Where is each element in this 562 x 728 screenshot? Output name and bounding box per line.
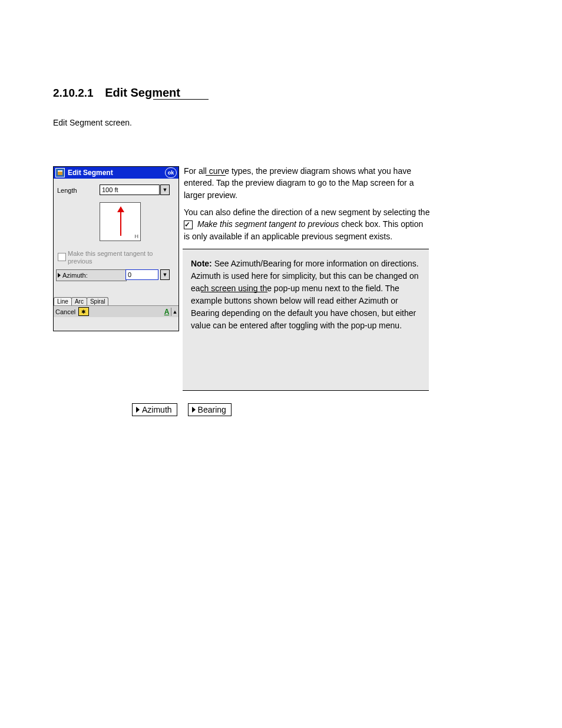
tangent-checkbox-label: Make this segment tangent to previous bbox=[68, 250, 178, 265]
length-input-field[interactable] bbox=[100, 186, 159, 193]
menu-up-icon[interactable]: ▲ bbox=[171, 308, 178, 316]
tangent-paragraph: You can also define the direction of a n… bbox=[184, 206, 431, 242]
triangle-right-icon bbox=[58, 273, 61, 278]
note-box: Note: See Azimuth/Bearing for more infor… bbox=[183, 249, 429, 391]
azimuth-button-label: Azimuth: bbox=[62, 272, 88, 279]
length-dropdown-button[interactable]: ▼ bbox=[160, 185, 170, 195]
note-link-underline bbox=[201, 292, 267, 292]
checkbox-checked-icon bbox=[184, 220, 193, 229]
cancel-button[interactable]: Cancel bbox=[54, 308, 77, 315]
length-input[interactable] bbox=[100, 185, 160, 195]
chevron-down-icon: ▼ bbox=[163, 187, 168, 193]
azimuth-input-field[interactable] bbox=[126, 271, 158, 278]
triangle-right-icon bbox=[192, 407, 196, 413]
heading-underline bbox=[153, 99, 209, 100]
arrow-up-icon bbox=[117, 206, 124, 212]
preview-paragraph: For all curve types, the preview diagram… bbox=[184, 165, 431, 201]
note-label: Note: bbox=[191, 259, 212, 268]
bearing-example-button[interactable]: Bearing bbox=[188, 403, 232, 416]
spellcheck-icon[interactable]: A bbox=[163, 308, 171, 316]
tangent-checkbox[interactable] bbox=[58, 253, 66, 261]
tab-spiral[interactable]: Spiral bbox=[87, 297, 109, 305]
azimuth-example-button[interactable]: Azimuth bbox=[132, 403, 177, 416]
intro-text: Edit Segment screen. bbox=[53, 117, 430, 129]
preview-h-label: H bbox=[135, 233, 139, 239]
map-link[interactable]: Map bbox=[352, 178, 368, 187]
edit-segment-window: Edit Segment ok Length ▼ H Make this seg… bbox=[53, 166, 179, 331]
chevron-down-icon: ▼ bbox=[163, 272, 168, 278]
segment-preview[interactable]: H bbox=[100, 202, 141, 241]
tangent-option-name: Make this segment tangent to previous bbox=[197, 219, 339, 229]
tabs-row: Line Arc Spiral bbox=[54, 295, 178, 305]
window-body: Length ▼ H Make this segment tangent to … bbox=[54, 179, 178, 317]
bottom-bar: Cancel ✱ A ▲ bbox=[54, 305, 178, 317]
azimuth-bearing-link[interactable]: Azimuth/Bearing bbox=[231, 259, 292, 268]
page: 2.10.2.1 Edit Segment Edit Segment scree… bbox=[0, 0, 562, 728]
azimuth-input[interactable] bbox=[125, 269, 158, 280]
note-prefix: See bbox=[214, 259, 231, 268]
example-buttons-row: Azimuth Bearing bbox=[132, 403, 232, 416]
arrow-line bbox=[120, 210, 121, 236]
app-icon bbox=[55, 168, 65, 177]
titlebar: Edit Segment ok bbox=[54, 167, 178, 179]
bearing-example-label: Bearing bbox=[198, 405, 226, 414]
tab-line[interactable]: Line bbox=[54, 297, 72, 305]
triangle-right-icon bbox=[136, 407, 140, 413]
length-label: Length bbox=[57, 187, 77, 194]
svg-rect-0 bbox=[58, 172, 62, 175]
tangent-prefix: You can also define the direction of a n… bbox=[184, 207, 429, 217]
sip-keyboard-icon[interactable]: ✱ bbox=[78, 307, 89, 316]
window-title: Edit Segment bbox=[68, 169, 162, 177]
ok-button[interactable]: ok bbox=[165, 167, 177, 178]
svg-rect-1 bbox=[58, 170, 62, 172]
azimuth-example-label: Azimuth bbox=[142, 405, 172, 414]
azimuth-popup-button[interactable]: Azimuth: bbox=[56, 269, 127, 281]
map-link-underline bbox=[206, 175, 226, 176]
tab-arc[interactable]: Arc bbox=[71, 297, 87, 305]
note-body: for more information on directions. Azim… bbox=[191, 259, 419, 330]
azimuth-dropdown-button[interactable]: ▼ bbox=[160, 269, 170, 280]
